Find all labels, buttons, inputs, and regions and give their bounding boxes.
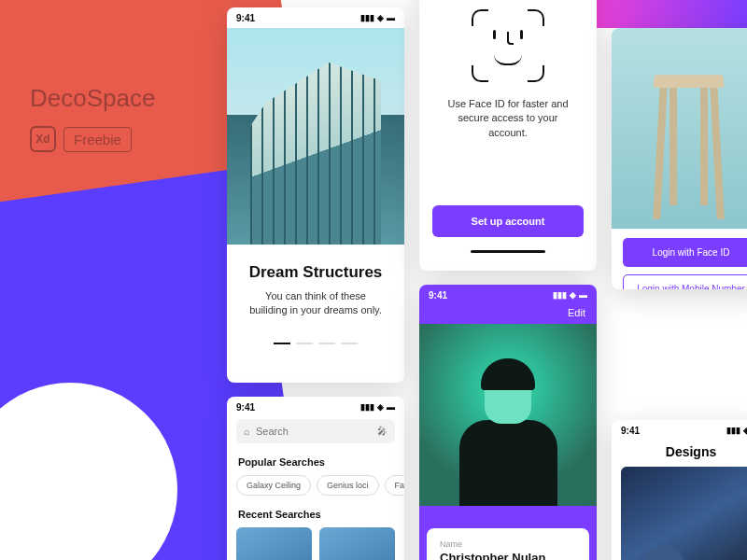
status-bar: 9:41 ▮▮▮◈▬ xyxy=(612,420,747,441)
recent-thumb[interactable] xyxy=(319,527,395,560)
faceid-description: Use Face ID for faster and secure access… xyxy=(419,97,597,140)
screen-designs: 9:41 ▮▮▮◈▬ Designs xyxy=(612,420,747,560)
signal-icon: ▮▮▮ xyxy=(360,13,374,22)
login-faceid-button[interactable]: Login with Face ID xyxy=(623,238,747,267)
status-bar: 9:41 ▮▮▮◈▬ xyxy=(419,285,597,305)
designs-title: Designs xyxy=(612,441,747,467)
product-title: DecoSpace xyxy=(30,84,155,113)
hero-image-stool xyxy=(612,28,747,229)
onboarding-title: Dream Structures xyxy=(236,263,395,282)
status-time: 9:41 xyxy=(236,13,255,23)
signal-icon: ▮▮▮ xyxy=(360,402,374,412)
status-time: 9:41 xyxy=(236,402,255,413)
screen-faceid-setup: Use Face ID for faster and secure access… xyxy=(419,0,597,271)
recent-thumb[interactable] xyxy=(236,527,312,560)
design-hero-image[interactable] xyxy=(621,467,747,560)
freebie-badge: Freebie xyxy=(63,127,132,152)
home-indicator[interactable] xyxy=(471,250,545,253)
search-icon: ⌕ xyxy=(244,426,250,437)
mic-icon[interactable]: 🎤︎ xyxy=(377,426,388,437)
profile-photo xyxy=(419,324,597,506)
screen-login: Login with Face ID Login with Mobile Num… xyxy=(612,28,747,289)
screen-dream-structures: 9:41 ▮▮▮ ◈ ▬ Dream Structures You can th… xyxy=(227,7,404,383)
screen-profile: 9:41 ▮▮▮◈▬ Edit Name Christopher Nulan xyxy=(419,285,597,560)
status-time: 9:41 xyxy=(429,290,447,301)
chip-galaxy-ceiling[interactable]: Galaxy Ceiling xyxy=(236,475,311,496)
login-mobile-button[interactable]: Login with Mobile Number xyxy=(623,274,747,289)
edit-button[interactable]: Edit xyxy=(419,305,597,324)
battery-icon: ▬ xyxy=(387,13,395,22)
wifi-icon: ◈ xyxy=(377,402,384,412)
status-bar: 9:41 ▮▮▮ ◈ ▬ xyxy=(227,7,404,28)
logo-area: DecoSpace Xd Freebie xyxy=(30,84,155,152)
signal-icon: ▮▮▮ xyxy=(553,290,567,300)
recent-searches-label: Recent Searches xyxy=(227,505,404,524)
popular-searches-label: Popular Searches xyxy=(227,453,404,471)
search-input[interactable]: ⌕ Search 🎤︎ xyxy=(236,419,395,443)
wifi-icon: ◈ xyxy=(743,426,747,435)
battery-icon: ▬ xyxy=(387,402,395,412)
signal-icon: ▮▮▮ xyxy=(726,426,740,435)
battery-icon: ▬ xyxy=(579,290,587,300)
chip-genius-loci[interactable]: Genius loci xyxy=(317,475,379,496)
hero-image-building xyxy=(227,28,404,245)
profile-name: Christopher Nulan xyxy=(440,551,576,560)
name-field-label: Name xyxy=(440,539,576,549)
profile-card: Name Christopher Nulan xyxy=(427,528,589,560)
onboarding-text: You can think of these builiding in your… xyxy=(227,289,404,318)
faceid-icon xyxy=(472,9,544,82)
wifi-icon: ◈ xyxy=(570,290,576,300)
page-indicator[interactable] xyxy=(227,343,404,344)
search-placeholder: Search xyxy=(256,426,289,437)
chip-facade[interactable]: Facade xyxy=(385,475,404,496)
status-bar: 9:41 ▮▮▮◈▬ xyxy=(227,397,404,417)
xd-icon: Xd xyxy=(30,126,56,152)
status-time: 9:41 xyxy=(621,426,640,436)
screen-search: 9:41 ▮▮▮◈▬ ⌕ Search 🎤︎ Popular Searches … xyxy=(227,397,404,560)
wifi-icon: ◈ xyxy=(377,13,384,22)
setup-account-button[interactable]: Set up account xyxy=(432,205,584,237)
